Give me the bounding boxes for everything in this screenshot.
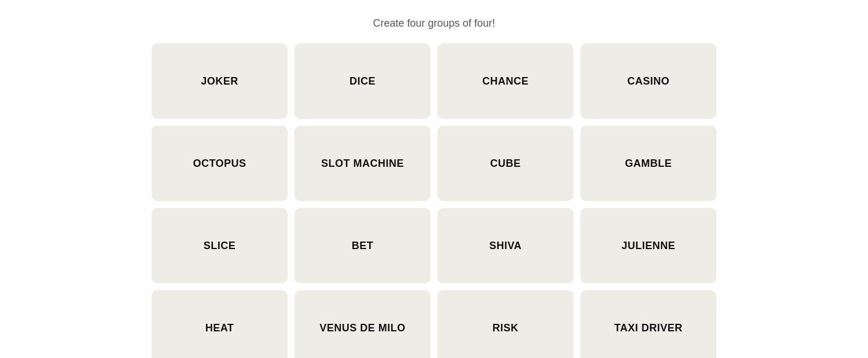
tile-label-chance: CHANCE xyxy=(477,71,533,92)
tile-label-shiva: SHIVA xyxy=(484,235,526,257)
tile-chance[interactable]: CHANCE xyxy=(437,43,573,119)
tile-label-heat: HEAT xyxy=(201,317,239,339)
tile-label-joker: JOKER xyxy=(196,71,243,92)
tile-bet[interactable]: BET xyxy=(295,208,431,283)
tile-dice[interactable]: DICE xyxy=(295,43,431,119)
tile-joker[interactable]: JOKER xyxy=(152,43,288,119)
tile-shiva[interactable]: SHIVA xyxy=(437,208,573,283)
tile-label-gamble: GAMBLE xyxy=(620,153,676,174)
tile-label-taxi-driver: TAXI DRIVER xyxy=(609,317,687,339)
tile-slot-machine[interactable]: SLOT MACHINE xyxy=(295,126,431,201)
tile-label-slice: SLICE xyxy=(199,235,241,257)
tile-taxi-driver[interactable]: TAXI DRIVER xyxy=(580,290,716,358)
tile-casino[interactable]: CASINO xyxy=(580,43,716,119)
tile-label-venus-de-milo: VENUS DE MILO xyxy=(315,317,410,339)
tile-label-julienne: JULIENNE xyxy=(617,235,680,257)
word-grid: JOKERDICECHANCECASINOOCTOPUSSLOT MACHINE… xyxy=(152,43,716,358)
tile-label-octopus: OCTOPUS xyxy=(188,153,251,174)
tile-venus-de-milo[interactable]: VENUS DE MILO xyxy=(295,290,431,358)
tile-risk[interactable]: RISK xyxy=(437,290,573,358)
tile-julienne[interactable]: JULIENNE xyxy=(580,208,716,283)
tile-octopus[interactable]: OCTOPUS xyxy=(152,126,288,201)
tile-gamble[interactable]: GAMBLE xyxy=(580,126,716,201)
tile-label-bet: BET xyxy=(347,235,378,257)
tile-label-dice: DICE xyxy=(345,71,380,92)
tile-heat[interactable]: HEAT xyxy=(152,290,288,358)
tile-label-slot-machine: SLOT MACHINE xyxy=(317,153,409,174)
tile-label-casino: CASINO xyxy=(623,71,674,92)
tile-label-cube: CUBE xyxy=(486,153,525,174)
tile-slice[interactable]: SLICE xyxy=(152,208,288,283)
tile-label-risk: RISK xyxy=(488,317,523,339)
tile-cube[interactable]: CUBE xyxy=(437,126,573,201)
subtitle: Create four groups of four! xyxy=(373,17,495,30)
